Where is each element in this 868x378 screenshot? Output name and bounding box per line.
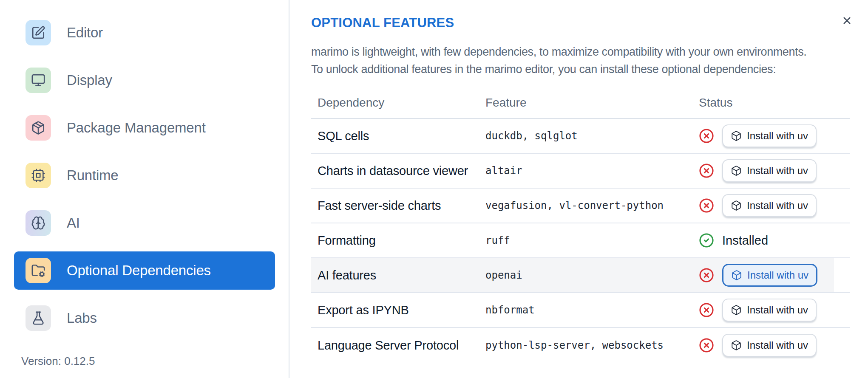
circle-x-icon — [699, 302, 714, 318]
optional-features-panel: OPTIONAL FEATURES marimo is lightweight,… — [290, 0, 868, 378]
dependency-cell: Charts in datasource viewer — [311, 164, 481, 178]
sidebar-item-labs[interactable]: Labs — [14, 299, 275, 337]
package-icon-box — [26, 115, 51, 141]
box-icon — [731, 130, 742, 141]
dependency-cell: Formatting — [311, 234, 481, 248]
circle-x-icon — [699, 198, 714, 213]
settings-sidebar: Editor Display Package Management Runtim… — [0, 0, 289, 378]
table-row: Language Server Protocol python-lsp-serv… — [311, 328, 850, 363]
sidebar-item-label: Labs — [67, 310, 97, 326]
column-header-feature: Feature — [481, 96, 694, 110]
feature-cell: python-lsp-server, websockets — [481, 339, 694, 351]
box-icon — [731, 305, 742, 316]
circle-check-icon — [699, 233, 714, 248]
square-pen-icon — [31, 25, 45, 40]
sidebar-item-ai[interactable]: AI — [14, 204, 275, 242]
sidebar-item-runtime[interactable]: Runtime — [14, 156, 275, 195]
table-row: Fast server-side charts vegafusion, vl-c… — [311, 189, 850, 223]
feature-cell: openai — [481, 269, 694, 281]
install-button-label: Install with uv — [747, 130, 808, 142]
feature-cell: duckdb, sqlglot — [481, 130, 694, 142]
runtime-icon-box — [26, 163, 51, 188]
status-cell: Install with uv — [694, 124, 850, 147]
install-button-label: Install with uv — [747, 200, 808, 212]
optional-dependencies-icon-box — [26, 258, 51, 283]
dependency-cell: Language Server Protocol — [311, 339, 481, 353]
editor-icon-box — [26, 20, 51, 45]
circle-x-icon — [699, 128, 714, 144]
monitor-icon — [31, 73, 45, 87]
flask-icon — [31, 311, 45, 325]
feature-cell: altair — [481, 165, 694, 177]
circle-x-icon — [699, 338, 714, 353]
dependency-cell: Export as IPYNB — [311, 303, 481, 317]
dependencies-table: Dependency Feature Status SQL cells duck… — [311, 87, 850, 363]
close-icon — [841, 15, 853, 26]
circle-x-icon — [699, 163, 714, 178]
status-cell: Install with uv — [694, 159, 850, 182]
box-icon — [731, 340, 742, 351]
sidebar-item-label: Editor — [67, 25, 103, 41]
column-header-status: Status — [694, 96, 850, 110]
feature-cell: vegafusion, vl-convert-python — [481, 200, 694, 212]
feature-cell: nbformat — [481, 304, 694, 316]
table-row: AI features openai Install with uv — [311, 258, 850, 293]
sidebar-item-label: Optional Dependencies — [67, 262, 211, 279]
folder-cog-icon — [31, 263, 45, 278]
dependency-cell: SQL cells — [311, 129, 481, 143]
description-line: To unlock additional features in the mar… — [311, 61, 806, 78]
install-button-label: Install with uv — [747, 165, 808, 177]
table-row: Charts in datasource viewer altair Insta… — [311, 154, 850, 189]
installed-status-label: Installed — [722, 234, 768, 248]
display-icon-box — [26, 68, 51, 93]
ai-icon-box — [26, 210, 51, 236]
table-header-row: Dependency Feature Status — [311, 87, 850, 119]
circle-x-icon — [699, 268, 714, 283]
status-cell: Install with uv — [694, 299, 850, 322]
status-cell: Install with uv — [694, 334, 850, 357]
install-button-label: Install with uv — [747, 269, 808, 281]
sidebar-item-label: AI — [67, 215, 80, 231]
sidebar-item-label: Runtime — [67, 167, 118, 183]
cpu-icon — [31, 168, 45, 183]
install-with-uv-button[interactable]: Install with uv — [722, 299, 817, 322]
table-row: SQL cells duckdb, sqlglot Install with u… — [311, 119, 850, 154]
sidebar-item-optional-dependencies[interactable]: Optional Dependencies — [14, 251, 275, 290]
sidebar-item-package-management[interactable]: Package Management — [14, 109, 275, 147]
dependency-cell: Fast server-side charts — [311, 199, 481, 213]
table-row: Formatting ruff Installed — [311, 223, 850, 258]
sidebar-item-label: Display — [67, 72, 112, 88]
table-row: Export as IPYNB nbformat Install with uv — [311, 293, 850, 328]
panel-description: marimo is lightweight, with few dependen… — [311, 43, 806, 78]
install-with-uv-button[interactable]: Install with uv — [722, 264, 817, 287]
description-line: marimo is lightweight, with few dependen… — [311, 43, 806, 61]
column-header-dependency: Dependency — [311, 96, 481, 110]
status-cell: Installed — [694, 233, 850, 248]
sidebar-item-label: Package Management — [67, 120, 206, 136]
install-with-uv-button[interactable]: Install with uv — [722, 124, 817, 147]
brain-icon — [31, 216, 45, 230]
box-icon — [731, 165, 742, 176]
status-cell: Install with uv — [694, 194, 850, 217]
install-with-uv-button[interactable]: Install with uv — [722, 334, 817, 357]
box-icon — [731, 200, 742, 211]
install-with-uv-button[interactable]: Install with uv — [722, 194, 817, 217]
feature-cell: ruff — [481, 234, 694, 246]
sidebar-item-display[interactable]: Display — [14, 61, 275, 99]
close-button[interactable] — [838, 12, 855, 29]
install-with-uv-button[interactable]: Install with uv — [722, 159, 817, 182]
version-label: Version: 0.12.5 — [21, 355, 95, 368]
install-button-label: Install with uv — [747, 339, 808, 351]
labs-icon-box — [26, 305, 51, 331]
settings-dialog: Editor Display Package Management Runtim… — [0, 0, 868, 378]
box-icon — [731, 270, 742, 281]
sidebar-item-editor[interactable]: Editor — [14, 14, 275, 52]
dependency-cell: AI features — [311, 268, 481, 282]
install-button-label: Install with uv — [747, 304, 808, 316]
status-cell: Install with uv — [694, 264, 850, 287]
page-title: OPTIONAL FEATURES — [311, 15, 454, 31]
package-icon — [31, 121, 45, 135]
